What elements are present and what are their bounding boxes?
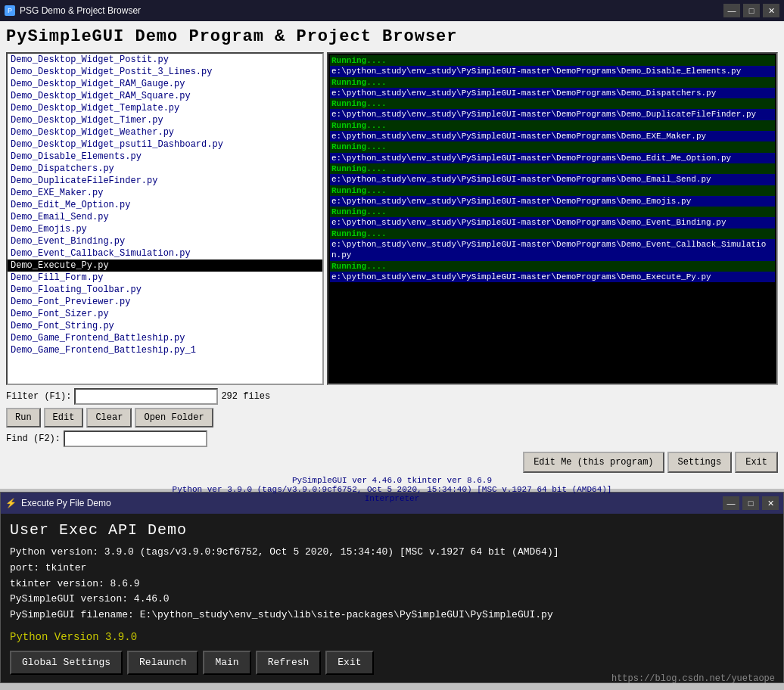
file-item[interactable]: Demo_Game_Frontend_Battleship.py_1 bbox=[8, 344, 322, 356]
output-line: e:\python_study\env_study\PySimpleGUI-ma… bbox=[330, 153, 775, 163]
relaunch-button[interactable]: Relaunch bbox=[127, 651, 198, 675]
maximize-button[interactable]: □ bbox=[743, 4, 760, 17]
file-item[interactable]: Demo_Email_Send.py bbox=[8, 211, 322, 223]
output-line: Running.... bbox=[330, 163, 775, 174]
second-window-title: Execute Py File Demo bbox=[21, 498, 111, 508]
file-item[interactable]: Demo_DuplicateFileFinder.py bbox=[8, 175, 322, 187]
demo-title: User Exec API Demo bbox=[10, 521, 774, 539]
find-row: Find (F2): bbox=[6, 430, 778, 447]
demo-info-line: PySimpleGUI filename: E:\python_study\en… bbox=[10, 608, 774, 623]
second-title-controls: — □ ✕ bbox=[723, 496, 779, 510]
file-item[interactable]: Demo_Desktop_Widget_Postit_3_Lines.py bbox=[8, 66, 322, 78]
file-item[interactable]: Demo_Font_Sizer.py bbox=[8, 308, 322, 320]
open-folder-button[interactable]: Open Folder bbox=[135, 408, 213, 427]
main-button[interactable]: Main bbox=[203, 651, 250, 675]
edit-me-button[interactable]: Edit Me (this program) bbox=[523, 452, 664, 473]
demo-buttons: Global Settings Relaunch Main Refresh Ex… bbox=[10, 651, 774, 675]
content-area: Demo_Desktop_Widget_Postit.pyDemo_Deskto… bbox=[6, 52, 778, 385]
second-window: ⚡ Execute Py File Demo — □ ✕ User Exec A… bbox=[0, 492, 784, 683]
button-row: Run Edit Clear Open Folder bbox=[6, 408, 778, 427]
global-settings-button[interactable]: Global Settings bbox=[10, 651, 123, 675]
output-line: e:\python_study\env_study\PySimpleGUI-ma… bbox=[330, 109, 775, 120]
file-item[interactable]: Demo_Game_Frontend_Battleship.py bbox=[8, 332, 322, 344]
minimize-button[interactable]: — bbox=[723, 4, 740, 17]
second-close-button[interactable]: ✕ bbox=[762, 496, 779, 510]
app-icon: P bbox=[5, 5, 15, 16]
output-line: Running.... bbox=[330, 141, 775, 152]
demo-info: Python version: 3.9.0 (tags/v3.9.0:9cf67… bbox=[10, 545, 774, 623]
second-maximize-button[interactable]: □ bbox=[742, 496, 759, 510]
file-item[interactable]: Demo_EXE_Maker.py bbox=[8, 187, 322, 199]
exit-demo-button[interactable]: Exit bbox=[325, 651, 373, 675]
output-line: Running.... bbox=[330, 98, 775, 109]
main-title-bar: P PSG Demo & Project Browser — □ ✕ bbox=[0, 0, 784, 21]
demo-info-line: port: tkinter bbox=[10, 561, 774, 577]
file-item[interactable]: Demo_Emojis.py bbox=[8, 223, 322, 235]
file-item[interactable]: Demo_Execute_Py.py bbox=[8, 260, 322, 272]
output-line: Running.... bbox=[330, 77, 775, 88]
file-item[interactable]: Demo_Event_Callback_Simulation.py bbox=[8, 247, 322, 260]
file-item[interactable]: Demo_Desktop_Widget_Timer.py bbox=[8, 114, 322, 126]
app-title: PySimpleGUI Demo Program & Project Brows… bbox=[6, 27, 778, 46]
second-window-icon: ⚡ bbox=[5, 498, 17, 508]
output-line: e:\python_study\env_study\PySimpleGUI-ma… bbox=[330, 131, 775, 141]
bottom-controls: Edit Me (this program) Settings Exit bbox=[6, 452, 778, 473]
output-line: e:\python_study\env_study\PySimpleGUI-ma… bbox=[330, 272, 775, 282]
file-item[interactable]: Demo_Event_Binding.py bbox=[8, 235, 322, 247]
output-line: Running.... bbox=[330, 207, 775, 217]
file-listbox-container: Demo_Desktop_Widget_Postit.pyDemo_Deskto… bbox=[6, 52, 324, 385]
settings-button[interactable]: Settings bbox=[667, 452, 733, 473]
file-item[interactable]: Demo_Desktop_Widget_Weather.py bbox=[8, 126, 322, 138]
filter-input[interactable] bbox=[74, 388, 218, 405]
output-panel[interactable]: Running....e:\python_study\env_study\PyS… bbox=[327, 52, 778, 385]
second-window-body: User Exec API Demo Python version: 3.9.0… bbox=[1, 514, 783, 682]
output-line: e:\python_study\env_study\PySimpleGUI-ma… bbox=[330, 66, 775, 76]
file-item[interactable]: Demo_Floating_Toolbar.py bbox=[8, 284, 322, 296]
file-item[interactable]: Demo_Desktop_Widget_Postit.py bbox=[8, 54, 322, 66]
python-version: Python Version 3.9.0 bbox=[10, 631, 774, 643]
run-button[interactable]: Run bbox=[6, 408, 41, 427]
controls-area: Filter (F1): 292 files Run Edit Clear Op… bbox=[6, 388, 778, 447]
file-item[interactable]: Demo_Desktop_Widget_psutil_Dashboard.py bbox=[8, 138, 322, 151]
title-bar-left: P PSG Demo & Project Browser bbox=[5, 5, 141, 16]
output-line: e:\python_study\env_study\PySimpleGUI-ma… bbox=[330, 217, 775, 228]
file-item[interactable]: Demo_Desktop_Widget_RAM_Gauge.py bbox=[8, 78, 322, 90]
file-item[interactable]: Demo_Fill_Form.py bbox=[8, 272, 322, 284]
output-line: e:\python_study\env_study\PySimpleGUI-ma… bbox=[330, 239, 775, 261]
window-title: PSG Demo & Project Browser bbox=[20, 5, 141, 16]
filter-row: Filter (F1): 292 files bbox=[6, 388, 778, 405]
output-line: e:\python_study\env_study\PySimpleGUI-ma… bbox=[330, 174, 775, 185]
file-item[interactable]: Demo_Font_Previewer.py bbox=[8, 296, 322, 308]
find-input[interactable] bbox=[64, 430, 207, 447]
file-item[interactable]: Demo_Dispatchers.py bbox=[8, 163, 322, 175]
output-line: Running.... bbox=[330, 185, 775, 196]
output-line: Running.... bbox=[330, 228, 775, 239]
edit-button[interactable]: Edit bbox=[44, 408, 84, 427]
demo-info-line: PySimpleGUI version: 4.46.0 bbox=[10, 592, 774, 608]
output-line: e:\python_study\env_study\PySimpleGUI-ma… bbox=[330, 196, 775, 207]
close-button[interactable]: ✕ bbox=[763, 4, 779, 17]
exit-button[interactable]: Exit bbox=[735, 452, 778, 473]
find-label: Find (F2): bbox=[6, 434, 61, 444]
csdn-link: https://blog.csdn.net/yuetaope bbox=[611, 673, 775, 684]
file-item[interactable]: Demo_Font_String.py bbox=[8, 320, 322, 332]
main-window: PySimpleGUI Demo Program & Project Brows… bbox=[0, 21, 784, 489]
file-item[interactable]: Demo_Edit_Me_Option.py bbox=[8, 199, 322, 211]
output-line: Running.... bbox=[330, 55, 775, 66]
file-list-panel: Demo_Desktop_Widget_Postit.pyDemo_Deskto… bbox=[6, 52, 324, 385]
output-line: Running.... bbox=[330, 120, 775, 131]
status-line-1: PySimpleGUI ver 4.46.0 tkinter ver 8.6.9 bbox=[6, 476, 778, 485]
title-bar-controls: — □ ✕ bbox=[723, 4, 779, 17]
file-item[interactable]: Demo_Desktop_Widget_Template.py bbox=[8, 102, 322, 114]
demo-info-line: Python version: 3.9.0 (tags/v3.9.0:9cf67… bbox=[10, 545, 774, 561]
filter-label: Filter (F1): bbox=[6, 391, 71, 402]
file-item[interactable]: Demo_Disable_Elements.py bbox=[8, 151, 322, 163]
file-listbox[interactable]: Demo_Desktop_Widget_Postit.pyDemo_Deskto… bbox=[8, 54, 322, 384]
refresh-button[interactable]: Refresh bbox=[256, 651, 322, 675]
second-minimize-button[interactable]: — bbox=[723, 496, 739, 510]
file-item[interactable]: Demo_Desktop_Widget_RAM_Square.py bbox=[8, 90, 322, 102]
file-count: 292 files bbox=[221, 391, 270, 402]
output-line: Running.... bbox=[330, 261, 775, 272]
clear-button[interactable]: Clear bbox=[86, 408, 132, 427]
demo-info-line: tkinter version: 8.6.9 bbox=[10, 577, 774, 592]
